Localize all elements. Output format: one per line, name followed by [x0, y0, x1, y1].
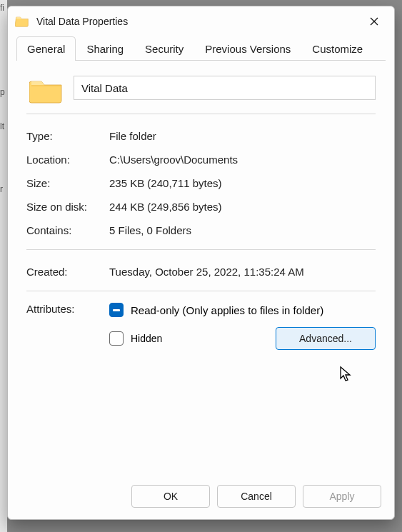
separator [26, 291, 376, 291]
value-size: 235 KB (240,711 bytes) [109, 177, 376, 189]
titlebar: Vital Data Properties [8, 6, 394, 36]
separator [26, 114, 376, 114]
parent-window-edge: fipltr [0, 0, 7, 532]
checkbox-readonly[interactable] [109, 303, 124, 317]
value-size-on-disk: 244 KB (249,856 bytes) [109, 201, 376, 213]
label-size-on-disk: Size on disk: [26, 201, 109, 213]
checkbox-hidden[interactable] [109, 331, 124, 346]
tab-security[interactable]: Security [134, 36, 194, 61]
cancel-button[interactable]: Cancel [217, 485, 296, 508]
tab-customize[interactable]: Customize [301, 36, 373, 61]
value-contains: 5 Files, 0 Folders [109, 224, 376, 236]
label-location: Location: [26, 154, 109, 166]
tab-general[interactable]: General [16, 36, 76, 61]
label-attributes: Attributes: [26, 301, 109, 315]
label-size: Size: [26, 177, 109, 189]
folder-icon-small [15, 14, 29, 29]
label-created: Created: [26, 266, 109, 278]
checkbox-readonly-label: Read-only (Only applies to files in fold… [131, 304, 323, 316]
checkbox-hidden-label: Hidden [131, 333, 162, 344]
value-location: C:\Users\groov\Documents [109, 154, 376, 166]
close-button[interactable] [358, 11, 390, 32]
window-title: Vital Data Properties [34, 16, 354, 27]
advanced-button[interactable]: Advanced... [276, 327, 376, 350]
tab-previous-versions[interactable]: Previous Versions [194, 36, 301, 61]
tab-strip: General Sharing Security Previous Versio… [8, 36, 394, 61]
tab-content-general: Type: File folder Location: C:\Users\gro… [8, 61, 394, 476]
tab-sharing[interactable]: Sharing [76, 36, 134, 61]
properties-dialog: Vital Data Properties General Sharing Se… [7, 6, 395, 520]
ok-button[interactable]: OK [131, 485, 210, 508]
separator [26, 249, 376, 250]
label-contains: Contains: [26, 224, 109, 236]
folder-icon [26, 76, 64, 106]
value-type: File folder [109, 130, 376, 142]
apply-button[interactable]: Apply [303, 485, 381, 508]
label-type: Type: [26, 130, 109, 142]
dialog-button-bar: OK Cancel Apply [8, 476, 394, 519]
folder-name-input[interactable] [74, 76, 376, 100]
value-created: Tuesday, October 25, 2022, 11:35:24 AM [109, 266, 376, 278]
